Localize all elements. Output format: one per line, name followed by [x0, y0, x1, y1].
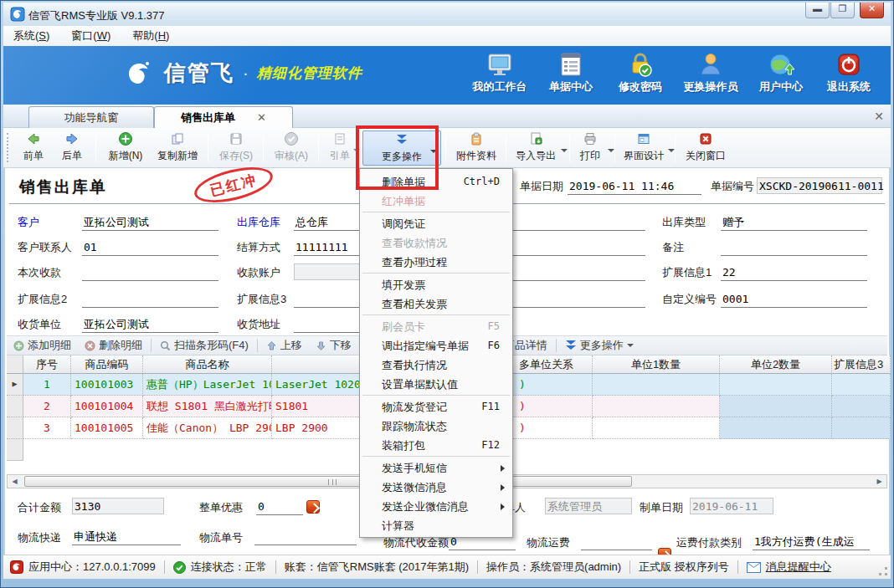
- col-seq[interactable]: 序号: [23, 355, 71, 374]
- discount-field[interactable]: 0: [256, 499, 303, 515]
- menu-item-open-by-no[interactable]: 调出指定编号单据F6: [361, 336, 511, 355]
- warehouse-field[interactable]: 总仓库: [294, 214, 366, 231]
- audit-button[interactable]: 审核(A): [270, 130, 313, 166]
- print-button[interactable]: 打印: [574, 130, 606, 166]
- col-ext3[interactable]: 扩展信息3: [832, 355, 891, 374]
- remark-field[interactable]: [721, 239, 867, 256]
- menu-item-related-invoice[interactable]: 查看相关发票: [361, 294, 511, 314]
- account-field: [294, 263, 366, 280]
- document-center-icon: [557, 51, 584, 78]
- close-button[interactable]: ✕: [860, 3, 884, 18]
- message-center-link[interactable]: 消息提醒中心: [747, 560, 831, 575]
- prev-doc-button[interactable]: 前单: [15, 130, 52, 166]
- menu-item-track-logistics[interactable]: 跟踪物流状态: [361, 417, 511, 436]
- nav-workbench[interactable]: 我的工作台: [465, 51, 534, 95]
- add-detail-button[interactable]: 添加明细: [13, 338, 71, 353]
- connection-ok-icon: [173, 561, 186, 574]
- switch-operator-icon: [697, 51, 724, 78]
- settlement-field[interactable]: 11111111: [294, 239, 366, 256]
- menu-item-view-voucher[interactable]: 调阅凭证: [361, 214, 511, 233]
- menu-item-view-process[interactable]: 查看办理过程: [361, 253, 511, 272]
- scroll-left-icon[interactable]: ◀: [9, 477, 20, 486]
- customer-field[interactable]: 亚拓公司测试: [82, 214, 218, 231]
- nav-user-center[interactable]: 用户中心: [747, 51, 815, 95]
- tracking-label: 物流单号: [199, 529, 243, 546]
- menu-item-packing[interactable]: 装箱打包F12: [361, 436, 511, 455]
- scroll-right-icon[interactable]: ▶: [874, 477, 885, 486]
- tab-sales-outbound[interactable]: 销售出库单✕: [154, 106, 293, 128]
- move-down-icon: [316, 340, 326, 351]
- col-unit2-qty[interactable]: 单位2数量: [720, 355, 832, 374]
- move-down-button[interactable]: 下移: [316, 338, 352, 353]
- next-doc-button[interactable]: 后单: [54, 130, 90, 166]
- payment-field[interactable]: [82, 264, 218, 281]
- tabstrip-close-icon[interactable]: ✕: [874, 110, 884, 123]
- custom-no-field[interactable]: 0001: [721, 291, 867, 308]
- ext1-field[interactable]: 22: [721, 264, 867, 281]
- restore-button[interactable]: ❐: [830, 3, 855, 18]
- contact-field[interactable]: 01: [82, 239, 218, 256]
- menu-item-logistics-register[interactable]: 物流发货登记F11: [361, 397, 511, 417]
- annotation-highlight-box: [356, 125, 439, 190]
- resize-grip[interactable]: [879, 567, 887, 575]
- scrollbar-thumb[interactable]: [24, 476, 632, 487]
- settlement-label: 结算方式: [237, 239, 280, 256]
- copy-add-button[interactable]: 复制新增: [152, 130, 203, 166]
- import-export-button[interactable]: 导入导出: [511, 130, 561, 166]
- ui-design-button[interactable]: 界面设计: [619, 130, 668, 166]
- nav-document-center[interactable]: 单据中心: [537, 51, 605, 95]
- tab-navigation[interactable]: 功能导航窗: [28, 106, 154, 128]
- nav-exit-system[interactable]: 退出系统: [814, 51, 883, 95]
- warehouse-label: 出库仓库: [237, 214, 280, 231]
- minimize-button[interactable]: ▬: [805, 3, 830, 18]
- menu-item-fill-invoice[interactable]: 填开发票: [361, 275, 511, 294]
- window-title: 信管飞RMS专业版 V9.1.377: [28, 8, 165, 23]
- outbound-type-label: 出库类型: [662, 214, 706, 231]
- app-center-status: 应用中心：127.0.0.1:7099: [10, 560, 156, 575]
- application-window: 信管飞RMS专业版 V9.1.377 ▬ ❐ ✕ 系统(S) 窗口(W) 帮助(…: [0, 0, 894, 588]
- menu-item-calculator[interactable]: 计算器: [361, 516, 511, 535]
- move-up-button[interactable]: 上移: [266, 338, 302, 353]
- menu-item-execution-status[interactable]: 查看执行情况: [361, 355, 511, 375]
- receiver-field[interactable]: 亚拓公司测试: [82, 316, 218, 333]
- menu-item-send-sms[interactable]: 发送手机短信: [361, 458, 511, 478]
- freight-field[interactable]: [581, 534, 652, 550]
- tab-strip: 功能导航窗 销售出库单✕ ✕: [3, 105, 891, 128]
- doc-date-field[interactable]: 2019-06-11 11:46: [568, 178, 701, 195]
- tracking-field[interactable]: [254, 529, 357, 545]
- menu-system[interactable]: 系统(S): [13, 28, 49, 43]
- pull-doc-button[interactable]: 引单: [323, 130, 357, 166]
- close-window-button[interactable]: 关闭窗口: [680, 130, 732, 166]
- pull-doc-icon: [332, 131, 347, 146]
- brand-slogan: 精细化管理软件: [257, 64, 362, 83]
- menu-help[interactable]: 帮助(H): [132, 28, 169, 43]
- ext3-field[interactable]: [294, 291, 366, 308]
- copy-icon: [170, 131, 185, 146]
- col-unit1-qty[interactable]: 单位1数量: [593, 355, 720, 374]
- make-date-label: 制单日期: [640, 499, 683, 516]
- remark-label: 备注: [662, 239, 684, 256]
- ext2-field[interactable]: [82, 291, 218, 308]
- nav-switch-operator[interactable]: 更换操作员: [676, 51, 745, 95]
- menu-window[interactable]: 窗口(W): [71, 28, 110, 43]
- scan-barcode-button[interactable]: 扫描条形码(F4): [160, 338, 249, 353]
- menu-item-send-wechat[interactable]: 发送微信消息: [361, 478, 511, 497]
- tab-close-icon[interactable]: ✕: [257, 111, 266, 124]
- add-new-button[interactable]: 新增(N): [102, 130, 149, 166]
- menu-item-send-work-wechat[interactable]: 发送企业微信消息: [361, 497, 511, 516]
- col-name[interactable]: 商品名称: [143, 355, 272, 374]
- menu-item-default-values[interactable]: 设置单据默认值: [361, 375, 511, 394]
- save-button[interactable]: 保存(S): [214, 130, 258, 166]
- express-label: 物流快递: [18, 529, 61, 546]
- grid-more-operations-button[interactable]: 更多操作: [565, 338, 634, 353]
- attachment-button[interactable]: 附件资料: [450, 130, 502, 166]
- delete-detail-button[interactable]: 删除明细: [85, 338, 142, 353]
- menu-item-member-card: 刷会员卡F5: [361, 317, 511, 336]
- discount-quick-icon[interactable]: [306, 500, 320, 514]
- title-bar[interactable]: 信管飞RMS专业版 V9.1.377 ▬ ❐ ✕: [3, 3, 891, 26]
- outbound-type-field[interactable]: 赠予: [721, 214, 867, 231]
- express-field[interactable]: 申通快递: [72, 529, 181, 545]
- freight-type-field[interactable]: 1我方付运费(生成运: [753, 534, 870, 550]
- col-code[interactable]: 商品编码: [71, 355, 143, 374]
- nav-change-password[interactable]: 修改密码: [606, 51, 675, 95]
